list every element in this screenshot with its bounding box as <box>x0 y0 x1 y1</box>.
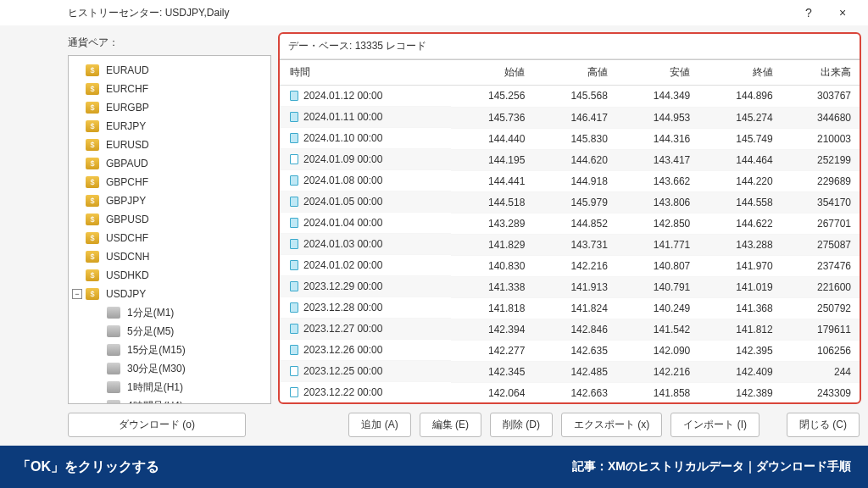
tree-pair[interactable]: $GBPCHF <box>69 173 270 191</box>
tree-timeframe[interactable]: 4時間足(H4) <box>69 396 270 404</box>
tree-timeframe[interactable]: 1時間足(H1) <box>69 378 270 396</box>
folder-icon: $ <box>86 232 99 244</box>
tree-pair[interactable]: $USDCHF <box>69 229 270 247</box>
timeframe-icon <box>107 344 120 356</box>
main: 通貨ペア： $EURAUD$EURCHF$EURGBP$EURJPY$EURUS… <box>68 32 861 404</box>
pairs-label: 通貨ペア： <box>68 32 271 55</box>
tree-pair[interactable]: $GBPJPY <box>69 191 270 210</box>
candle-icon <box>290 91 298 101</box>
table-row[interactable]: 2024.01.10 00:00144.440145.830144.316145… <box>280 128 860 149</box>
table-row[interactable]: 2023.12.28 00:00141.818141.824140.249141… <box>280 297 860 319</box>
data-grid[interactable]: 時間 始値 高値 安値 終値 出来高 2024.01.12 00:00145.2… <box>280 59 860 402</box>
tree-timeframe[interactable]: 30分足(M30) <box>69 359 270 378</box>
candle-icon <box>290 197 298 207</box>
table-row[interactable]: 2024.01.12 00:00145.256145.568144.349144… <box>280 86 860 108</box>
tree-timeframe[interactable]: 1分足(M1) <box>69 303 270 322</box>
candle-icon <box>290 324 298 334</box>
folder-icon: $ <box>86 83 99 95</box>
tree-pair[interactable]: $EURJPY <box>69 117 270 136</box>
tree-pair[interactable]: $USDCNH <box>69 247 270 266</box>
body: 通貨ペア： $EURAUD$EURCHF$EURGBP$EURJPY$EURUS… <box>0 25 868 404</box>
col-close[interactable]: 終値 <box>698 60 781 86</box>
timeframe-icon <box>107 363 120 374</box>
table-row[interactable]: 2023.12.25 00:00142.345142.485142.216142… <box>280 361 860 382</box>
tree-pair[interactable]: $USDHKD <box>69 266 270 285</box>
table-row[interactable]: 2024.01.11 00:00145.736146.417144.953145… <box>280 107 860 128</box>
footer-instruction: 「OK」をクリックする <box>17 458 572 476</box>
button-bar: ダウンロード (o) 追加 (A) 編集 (E) 削除 (D) エクスポート (… <box>0 404 868 446</box>
symbol-tree[interactable]: $EURAUD$EURCHF$EURGBP$EURJPY$EURUSD$GBPA… <box>68 55 271 404</box>
folder-icon: $ <box>86 214 99 225</box>
timeframe-icon <box>107 307 120 319</box>
col-open[interactable]: 始値 <box>451 60 533 86</box>
folder-icon: $ <box>86 158 99 169</box>
tree-pair[interactable]: $EURUSD <box>69 136 270 154</box>
candle-icon <box>290 218 298 228</box>
candle-icon <box>290 112 298 122</box>
candle-icon <box>290 133 298 143</box>
candle-icon <box>290 345 298 355</box>
timeframe-icon <box>107 381 120 393</box>
left-panel: 通貨ペア： $EURAUD$EURCHF$EURGBP$EURJPY$EURUS… <box>68 32 271 404</box>
add-button[interactable]: 追加 (A) <box>348 413 410 437</box>
col-time[interactable]: 時間 <box>280 60 451 86</box>
table-row[interactable]: 2024.01.08 00:00144.441144.918143.662144… <box>280 170 860 191</box>
table-row[interactable]: 2024.01.03 00:00141.829143.731141.771143… <box>280 234 860 255</box>
candle-icon <box>290 260 298 270</box>
folder-icon: $ <box>86 139 99 151</box>
history-center-window: ヒストリーセンター: USDJPY,Daily ? × 通貨ペア： $EURAU… <box>0 0 868 488</box>
candle-icon <box>290 302 298 313</box>
footer-article: 記事：XMのヒストリカルデータ｜ダウンロード手順 <box>572 459 851 474</box>
table-row[interactable]: 2024.01.05 00:00144.518145.979143.806144… <box>280 191 860 213</box>
download-button[interactable]: ダウンロード (o) <box>68 413 246 437</box>
tree-pair[interactable]: $GBPUSD <box>69 210 270 229</box>
close-button[interactable]: × <box>826 1 860 25</box>
close-dialog-button[interactable]: 閉じる (C) <box>787 413 860 437</box>
candle-icon <box>290 239 298 249</box>
folder-icon: $ <box>86 195 99 207</box>
table-row[interactable]: 2024.01.04 00:00143.289144.852142.850144… <box>280 213 860 234</box>
folder-icon: $ <box>86 251 99 263</box>
folder-icon: $ <box>86 102 99 114</box>
tree-timeframe[interactable]: 15分足(M15) <box>69 341 270 359</box>
candle-icon <box>290 281 298 291</box>
tree-pair[interactable]: $EURAUD <box>69 61 270 80</box>
folder-icon: $ <box>86 269 99 281</box>
titlebar: ヒストリーセンター: USDJPY,Daily ? × <box>0 0 868 25</box>
folder-icon: $ <box>86 176 99 188</box>
collapse-icon[interactable]: − <box>72 289 82 299</box>
tree-timeframe[interactable]: 5分足(M5) <box>69 322 270 341</box>
candle-icon <box>290 387 298 397</box>
timeframe-icon <box>107 325 120 337</box>
edit-button[interactable]: 編集 (E) <box>420 413 481 437</box>
table-row[interactable]: 2023.12.29 00:00141.338141.913140.791141… <box>280 276 860 297</box>
candle-icon <box>290 366 298 376</box>
footer-banner: 「OK」をクリックする 記事：XMのヒストリカルデータ｜ダウンロード手順 <box>0 446 868 488</box>
table-row[interactable]: 2024.01.02 00:00140.830142.216140.807141… <box>280 255 860 276</box>
tree-pair[interactable]: $EURGBP <box>69 98 270 117</box>
delete-button[interactable]: 削除 (D) <box>490 413 553 437</box>
candle-icon <box>290 175 298 186</box>
folder-icon: $ <box>86 288 99 300</box>
tree-pair[interactable]: $GBPAUD <box>69 154 270 173</box>
ohlc-table: 時間 始値 高値 安値 終値 出来高 2024.01.12 00:00145.2… <box>280 60 860 402</box>
export-button[interactable]: エクスポート (x) <box>561 413 662 437</box>
tree-pair-usdjpy[interactable]: − $ USDJPY <box>69 285 270 303</box>
table-row[interactable]: 2023.12.27 00:00142.394142.846141.542141… <box>280 319 860 340</box>
col-high[interactable]: 高値 <box>533 60 615 86</box>
col-low[interactable]: 安値 <box>616 60 698 86</box>
help-button[interactable]: ? <box>792 1 826 25</box>
candle-icon <box>290 154 298 164</box>
window-title: ヒストリーセンター: USDJPY,Daily <box>68 6 792 20</box>
data-panel: デー・ベース: 13335 レコード 時間 始値 高値 安値 終値 出来高 <box>278 32 861 404</box>
tree-pair[interactable]: $EURCHF <box>69 80 270 98</box>
folder-icon: $ <box>86 120 99 132</box>
import-button[interactable]: インポート (I) <box>670 413 760 437</box>
folder-icon: $ <box>86 64 99 76</box>
table-row[interactable]: 2023.12.22 00:00142.064142.663141.858142… <box>280 382 860 402</box>
table-row[interactable]: 2024.01.09 00:00144.195144.620143.417144… <box>280 149 860 170</box>
database-label: デー・ベース: 13335 レコード <box>280 34 860 59</box>
table-row[interactable]: 2023.12.26 00:00142.277142.635142.090142… <box>280 340 860 361</box>
col-volume[interactable]: 出来高 <box>782 60 860 86</box>
